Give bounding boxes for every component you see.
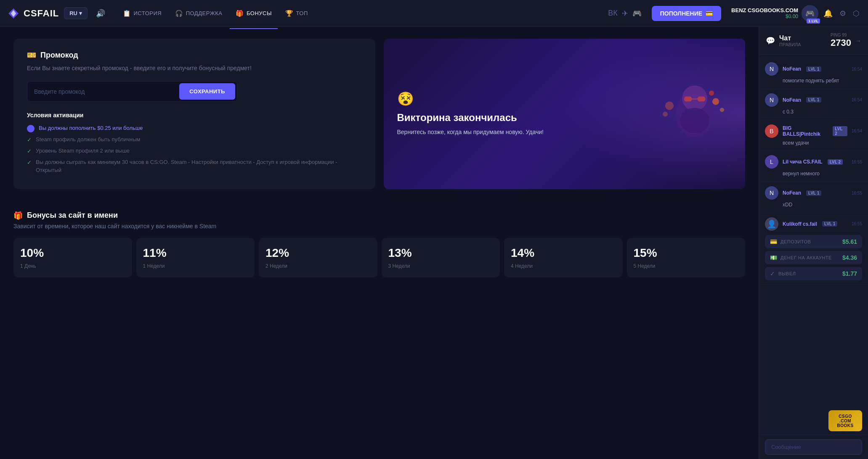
discord-icon[interactable]: 🎮	[632, 9, 642, 18]
promo-input[interactable]	[34, 84, 174, 99]
nav-item-bonuses[interactable]: 🎁 БОНУСЫ	[230, 6, 278, 21]
bonus-percent: 15%	[634, 246, 739, 260]
chat-time: 16:54	[852, 129, 862, 133]
sound-button[interactable]: 🔊	[93, 7, 109, 20]
nav-item-top[interactable]: 🏆 ТОП	[279, 6, 314, 21]
settings-button[interactable]: ⚙	[838, 7, 848, 20]
chat-time: 16:54	[852, 67, 862, 71]
chat-time: 16:55	[852, 160, 862, 164]
chat-time: 16:54	[852, 98, 862, 102]
lang-button[interactable]: RU ▾	[64, 7, 88, 19]
header: CSFAIL RU ▾ 🔊 📋 ИСТОРИЯ 🎧 ПОДДЕРЖКА 🎁 БО…	[0, 0, 868, 27]
condition-item: Вы должны пополнить $0.25 или больше	[27, 124, 362, 132]
bonus-card-2: 12% 2 Недели	[259, 238, 377, 277]
history-icon: 📋	[123, 10, 131, 17]
deposits-label: ДЕПОЗИТОВ	[780, 239, 811, 244]
svg-point-12	[663, 111, 668, 116]
svg-point-8	[712, 98, 719, 105]
logout-button[interactable]: ⬡	[851, 7, 861, 20]
vk-icon[interactable]: ВК	[608, 9, 618, 18]
promo-section: 🎫 Промокод Если Вы знаете секретный пром…	[13, 39, 375, 189]
username: BENZ CSGOBOOKS.COM	[731, 7, 798, 13]
money-stat: 💵 ДЕНЕГ НА АККАУНТЕ $4.36	[765, 251, 862, 264]
money-icon: 💵	[770, 254, 777, 261]
svg-rect-4	[684, 96, 692, 101]
telegram-icon[interactable]: ✈	[622, 9, 628, 18]
chat-messages: N NoFean LVL 1 16:54 помогите поднять ре…	[759, 55, 868, 408]
chat-time: 16:55	[852, 222, 862, 226]
deposit-button[interactable]: ПОПОЛНЕНИЕ 💳	[652, 6, 721, 21]
user-info: BENZ CSGOBOOKS.COM $0.00	[731, 7, 798, 19]
csgobooks-watermark: CSGO.COMBOOKS	[759, 408, 868, 435]
bonuses-section: 🎁 Бонусы за сайт в имени Зависит от врем…	[13, 211, 745, 277]
svg-point-7	[680, 108, 709, 133]
promo-description: Если Вы знаете секретный промокод - введ…	[27, 64, 362, 73]
condition-item: ✓ Вы должны сыграть как минимум 30 часов…	[27, 158, 362, 174]
bonus-period: 4 Недели	[511, 263, 616, 269]
chat-arrow-icon[interactable]: →	[855, 37, 861, 44]
chat-ping: PING 99	[831, 33, 851, 37]
chat-username: NoFean	[783, 66, 801, 72]
bonuses-icon: 🎁	[13, 211, 23, 220]
chat-msg-header: B BIG BALLS|Pintchik LVL 2 16:54	[765, 124, 862, 138]
chat-level: LVL 1	[806, 66, 821, 72]
avatar-container[interactable]: 🎮 1 LVL	[802, 5, 818, 22]
chat-avatar: B	[765, 124, 778, 138]
bonus-percent: 12%	[265, 246, 371, 260]
chat-msg-header: N NoFean LVL 1 16:55	[765, 186, 862, 200]
deposits-stat: 💳 ДЕПОЗИТОВ $5.61	[765, 235, 862, 248]
chat-avatar: N	[765, 186, 778, 200]
svg-point-11	[665, 101, 674, 110]
chat-username: Kulikoff cs.fail	[783, 221, 817, 227]
csgobooks-logo: CSGO.COMBOOKS	[828, 410, 862, 431]
svg-rect-5	[698, 96, 705, 101]
notifications-button[interactable]: 🔔	[822, 7, 834, 20]
chat-rules[interactable]: ПРАВИЛА	[779, 42, 801, 47]
chat-count: 2730	[831, 37, 851, 48]
chat-message: N NoFean LVL 1 16:54 помогите поднять ре…	[759, 58, 868, 89]
chat-msg-header: L Lil чича CS.FAIL LVL 2 16:55	[765, 155, 862, 169]
logo[interactable]: CSFAIL	[7, 7, 59, 20]
bonus-period: 2 Недели	[265, 263, 371, 269]
chat-text: всем удачи	[765, 140, 862, 147]
chat-message: L Lil чича CS.FAIL LVL 2 16:55 вернул не…	[759, 151, 868, 182]
chevron-down-icon: ▾	[79, 10, 82, 16]
kulikoff-stats: 💳 ДЕПОЗИТОВ $5.61 💵 ДЕНЕГ НА АККАУНТЕ $4…	[765, 235, 862, 280]
nav-item-history[interactable]: 📋 ИСТОРИЯ	[117, 6, 167, 21]
bonus-card-5: 15% 5 Недели	[627, 238, 746, 277]
bonus-period: 3 Недели	[388, 263, 494, 269]
chat-message: B BIG BALLS|Pintchik LVL 2 16:54 всем уд…	[759, 120, 868, 151]
top-icon: 🏆	[285, 10, 294, 17]
bonus-percent: 13%	[388, 246, 494, 260]
social-icons: ВК ✈ 🎮	[608, 9, 642, 18]
bonuses-description: Зависит от времени, которое наш сайт нах…	[13, 223, 745, 230]
chat-input[interactable]	[765, 439, 862, 455]
chat-username: Lil чича CS.FAIL	[783, 159, 823, 165]
chat-message: N NoFean LVL 1 16:54 с 0.3	[759, 89, 868, 120]
main-content: 🎫 Промокод Если Вы знаете секретный пром…	[0, 27, 759, 459]
chat-title: Чат	[779, 34, 801, 42]
withdrew-icon: ✓	[770, 270, 775, 277]
user-balance: $0.00	[731, 13, 798, 19]
chat-text: помогите поднять ребят	[765, 77, 862, 84]
nav-item-support[interactable]: 🎧 ПОДДЕРЖКА	[169, 6, 228, 21]
user-section: BENZ CSGOBOOKS.COM $0.00 🎮 1 LVL 🔔 ⚙ ⬡	[731, 5, 861, 22]
bonus-percent: 11%	[143, 246, 248, 260]
chat-count-block: PING 99 2730 →	[831, 33, 861, 48]
logo-text: CSFAIL	[24, 8, 59, 19]
save-button[interactable]: СОХРАНИТЬ	[179, 83, 235, 100]
bonuses-icon: 🎁	[236, 10, 244, 17]
money-value: $4.36	[842, 254, 857, 261]
bonus-card-0: 10% 1 День	[13, 238, 132, 277]
chat-avatar: 👤	[765, 217, 778, 231]
withdrew-label: ВЫВЕЛ	[778, 271, 796, 276]
bullet-icon	[27, 125, 35, 132]
chat-count-section: PING 99 2730	[831, 33, 851, 48]
money-label: ДЕНЕГ НА АККАУНТЕ	[780, 255, 832, 260]
kulikoff-header: 👤 Kulikoff cs.fail LVL 1 16:55	[765, 217, 862, 231]
quiz-banner: 😵 Викторина закончилась Вернитесь позже,…	[384, 39, 746, 189]
chat-avatar: N	[765, 93, 778, 107]
chat-username: NoFean	[783, 97, 801, 103]
check-icon: ✓	[27, 136, 32, 144]
conditions: Условия активации Вы должны пополнить $0…	[27, 112, 362, 174]
